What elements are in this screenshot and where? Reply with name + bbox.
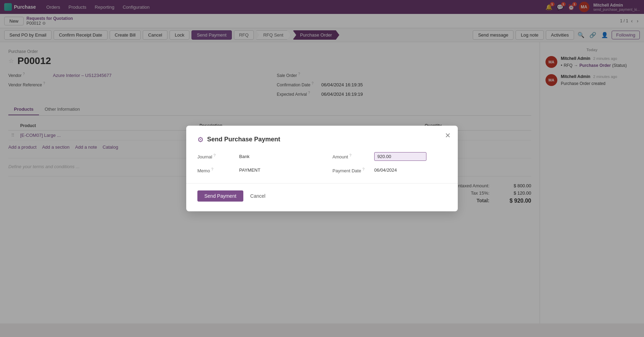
journal-field: Journal ? Bank <box>197 152 312 161</box>
modal-actions: Send Payment Cancel <box>197 190 447 202</box>
amount-input[interactable] <box>374 152 426 161</box>
modal-send-payment-button[interactable]: Send Payment <box>197 190 243 202</box>
modal-divider <box>186 183 458 183</box>
memo-value: PAYMENT <box>239 167 260 173</box>
modal-cancel-button[interactable]: Cancel <box>247 190 269 202</box>
modal-title-row: ⚙ Send Purchase Payment <box>197 135 447 144</box>
memo-field: Memo ? PAYMENT <box>197 167 312 173</box>
modal-overlay: ⚙ Send Purchase Payment ✕ Journal ? Bank… <box>0 0 644 323</box>
payment-date-label: Payment Date ? <box>332 167 371 173</box>
amount-label: Amount ? <box>332 153 371 159</box>
amount-field: Amount ? <box>332 152 447 161</box>
send-payment-modal: ⚙ Send Purchase Payment ✕ Journal ? Bank… <box>186 126 458 211</box>
memo-label: Memo ? <box>197 167 236 173</box>
modal-gear-icon: ⚙ <box>197 135 204 144</box>
journal-value: Bank <box>239 154 250 159</box>
modal-close-button[interactable]: ✕ <box>445 131 451 140</box>
payment-date-field: Payment Date ? 06/04/2024 <box>332 167 447 173</box>
payment-date-value: 06/04/2024 <box>374 167 397 173</box>
modal-form: Journal ? Bank Amount ? Memo ? PAYMENT <box>197 152 447 173</box>
modal-title: Send Purchase Payment <box>207 136 280 143</box>
journal-label: Journal ? <box>197 153 236 159</box>
